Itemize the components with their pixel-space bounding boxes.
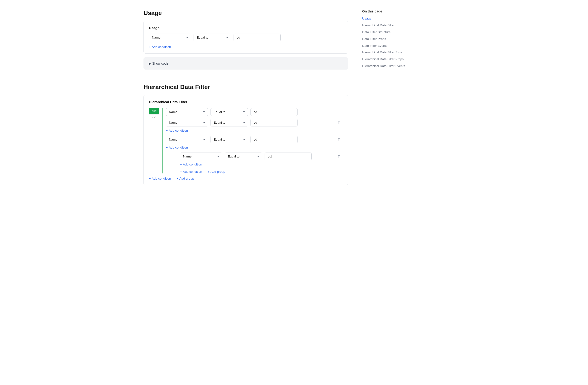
inner-bottom-links: + Add condition + Add group xyxy=(180,169,343,173)
inner-add-condition-button[interactable]: + Add condition xyxy=(180,170,202,173)
nested-field-select[interactable]: Name Age Date xyxy=(166,136,208,143)
inner-add-group-button[interactable]: + Add group xyxy=(208,170,225,173)
sidebar-item-usage[interactable]: Usage xyxy=(362,17,414,21)
hier-field-select-1[interactable]: Name Age Date xyxy=(166,108,208,116)
hier-value-input-2[interactable] xyxy=(251,119,297,126)
plus-icon-nested: + xyxy=(166,146,168,149)
sidebar-link-hdfprops[interactable]: Hierarchical Data Filter Props xyxy=(362,57,404,61)
sidebar: On this page Usage Hierarchical Data Fil… xyxy=(362,9,414,185)
plus-icon-inner-cond: + xyxy=(180,170,182,173)
and-button[interactable]: And xyxy=(149,108,159,114)
hier-field-select-2[interactable]: Name Age Date xyxy=(166,119,208,126)
hier-operator-select-2[interactable]: Equal to Not equal to Contains xyxy=(210,119,248,126)
usage-section-title: Usage xyxy=(144,9,348,17)
main-content: Usage Usage Name Age Date Equal to Not e… xyxy=(144,9,348,185)
sidebar-title: On this page xyxy=(362,9,414,13)
nested-filter-row: Name Age Date Equal to Not equal to Cont… xyxy=(166,136,336,143)
hierarchical-demo-card: Hierarchical Data Filter And Or Name Age… xyxy=(144,95,348,185)
deep-field-select[interactable]: Name Age Date xyxy=(180,153,222,160)
hier-add-condition-group1-label: Add condition xyxy=(169,129,188,132)
nested-operator-select[interactable]: Equal to Not equal to Contains xyxy=(210,136,248,143)
deep-filter-row: Name Age Date Equal to Not equal to Cont… xyxy=(180,153,336,160)
bottom-add-group-label: Add group xyxy=(179,177,194,180)
sidebar-link-dfe[interactable]: Data Filter Events xyxy=(362,44,387,47)
hier-filter-row-1: Name Age Date Equal to Not equal to Cont… xyxy=(166,108,343,116)
usage-operator-select[interactable]: Equal to Not equal to Contains xyxy=(193,34,231,41)
bottom-links: + Add condition + Add group xyxy=(149,176,343,180)
usage-demo-card: Usage Name Age Date Equal to Not equal t… xyxy=(144,21,348,54)
plus-icon-inner-group: + xyxy=(208,170,210,173)
nested-filter-row-container: Name Age Date Equal to Not equal to Cont… xyxy=(166,136,343,143)
hier-operator-select-1[interactable]: Equal to Not equal to Contains xyxy=(210,108,248,116)
hierarchical-section-title: Hierarchical Data Filter xyxy=(144,83,348,91)
group-buttons: And Or xyxy=(149,108,159,120)
page-layout: Usage Usage Name Age Date Equal to Not e… xyxy=(129,0,459,195)
hierarchical-card-title: Hierarchical Data Filter xyxy=(149,100,343,104)
sidebar-item-dfp[interactable]: Data Filter Props xyxy=(362,37,414,41)
usage-add-condition-label: Add condition xyxy=(152,45,171,49)
deep-delete-button[interactable]: 🗑 xyxy=(336,153,343,160)
hier-value-input-1[interactable] xyxy=(251,108,297,116)
trash-icon-deep: 🗑 xyxy=(337,154,341,159)
usage-add-condition-button[interactable]: + Add condition xyxy=(149,45,171,49)
plus-icon-bottom-group: + xyxy=(177,177,179,180)
sidebar-item-dfs[interactable]: Data Filter Structure xyxy=(362,30,414,35)
sidebar-item-dfe[interactable]: Data Filter Events xyxy=(362,44,414,48)
group-content: Name Age Date Equal to Not equal to Cont… xyxy=(166,108,343,173)
sidebar-item-hdfstruct[interactable]: Hierarchical Data Filter Struct... xyxy=(362,50,414,55)
nested-delete-button[interactable]: 🗑 xyxy=(336,136,343,143)
group-line xyxy=(162,108,163,173)
sidebar-item-hdfevents[interactable]: Hierarchical Data Filter Events xyxy=(362,64,414,68)
deep-filter-row-container: Name Age Date Equal to Not equal to Cont… xyxy=(180,153,343,160)
plus-icon-deep: + xyxy=(180,163,182,166)
deep-add-condition-label: Add condition xyxy=(183,163,202,166)
sidebar-link-dfp[interactable]: Data Filter Props xyxy=(362,37,386,41)
bottom-add-condition-label: Add condition xyxy=(152,177,171,180)
trash-icon-nested: 🗑 xyxy=(337,138,341,142)
hier-add-condition-group1[interactable]: + Add condition xyxy=(166,129,188,132)
plus-icon-bottom-cond: + xyxy=(149,177,151,180)
hier-filter-row-2-container: Name Age Date Equal to Not equal to Cont… xyxy=(166,119,343,126)
trash-icon-2: 🗑 xyxy=(337,121,341,125)
deep-nested-container: Name Age Date Equal to Not equal to Cont… xyxy=(180,153,343,173)
sidebar-link-hdfstruct[interactable]: Hierarchical Data Filter Struct... xyxy=(362,51,406,54)
nested-add-condition[interactable]: + Add condition xyxy=(166,146,188,149)
inner-add-condition-label: Add condition xyxy=(183,170,202,173)
deep-add-condition[interactable]: + Add condition xyxy=(180,163,202,166)
show-code-summary[interactable]: Show code xyxy=(149,61,343,65)
sidebar-link-hdfevents[interactable]: Hierarchical Data Filter Events xyxy=(362,64,405,68)
deep-operator-select[interactable]: Equal to Not equal to Contains xyxy=(225,153,262,160)
sidebar-nav: Usage Hierarchical Data Filter Data Filt… xyxy=(362,17,414,68)
plus-icon-group1: + xyxy=(166,129,168,132)
sidebar-link-hdf[interactable]: Hierarchical Data Filter xyxy=(362,23,395,27)
section-divider xyxy=(144,77,348,77)
usage-filter-row: Name Age Date Equal to Not equal to Cont… xyxy=(149,34,343,41)
sidebar-link-usage[interactable]: Usage xyxy=(360,17,371,20)
hier-delete-button-2[interactable]: 🗑 xyxy=(336,119,343,126)
nested-add-condition-label: Add condition xyxy=(169,146,188,149)
sidebar-item-hdfprops[interactable]: Hierarchical Data Filter Props xyxy=(362,57,414,61)
usage-value-input[interactable] xyxy=(233,34,281,41)
bottom-add-condition-button[interactable]: + Add condition xyxy=(149,177,171,180)
nested-value-input[interactable] xyxy=(251,136,297,143)
deep-value-input[interactable] xyxy=(265,153,312,160)
show-code-block[interactable]: Show code xyxy=(144,57,348,70)
sidebar-item-hdf[interactable]: Hierarchical Data Filter xyxy=(362,23,414,28)
inner-add-group-label: Add group xyxy=(210,170,225,173)
usage-card-title: Usage xyxy=(149,26,343,30)
sidebar-link-dfs[interactable]: Data Filter Structure xyxy=(362,30,391,34)
usage-field-select[interactable]: Name Age Date xyxy=(149,34,191,41)
or-button[interactable]: Or xyxy=(149,114,159,120)
main-group-wrapper: And Or Name Age Date Equal to xyxy=(149,108,343,173)
plus-icon: + xyxy=(149,45,151,49)
hier-filter-row-2: Name Age Date Equal to Not equal to Cont… xyxy=(166,119,336,126)
bottom-add-group-button[interactable]: + Add group xyxy=(177,177,194,180)
